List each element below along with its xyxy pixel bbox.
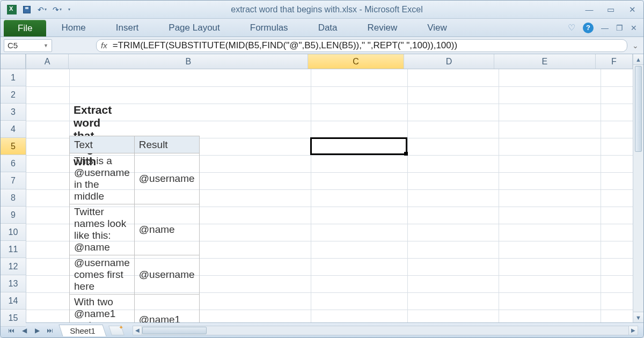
hscroll-right-button[interactable]: ▶ — [628, 326, 638, 335]
undo-button[interactable]: ↶▾ — [36, 4, 48, 16]
hscroll-track[interactable] — [142, 326, 628, 335]
new-sheet-button[interactable] — [108, 326, 125, 335]
row-header-5[interactable]: 5 — [1, 138, 26, 155]
cell-text[interactable]: This is a @username in the middle — [70, 153, 135, 204]
minimize-button[interactable]: — — [583, 5, 595, 14]
table-row: This is a @username in the middle@userna… — [70, 153, 200, 204]
formula-text: =TRIM(LEFT(SUBSTITUTE(MID(B5,FIND("@",B5… — [113, 40, 457, 51]
cell-result[interactable]: @username — [134, 255, 199, 295]
ribbon: File Home Insert Page Layout Formulas Da… — [1, 19, 643, 37]
row-header-6[interactable]: 6 — [1, 155, 26, 172]
tab-review[interactable]: Review — [353, 19, 413, 36]
sheet-area[interactable]: ABCDEF Extract word that begins withText… — [26, 54, 633, 322]
file-tab[interactable]: File — [4, 20, 46, 36]
chevron-down-icon: ▼ — [43, 43, 48, 48]
scroll-up-button[interactable]: ▲ — [633, 54, 643, 65]
table-row: Twitter names look like this: @name@name — [70, 204, 200, 255]
tab-insert[interactable]: Insert — [101, 19, 154, 36]
row-header-12[interactable]: 12 — [1, 258, 26, 275]
row-header-4[interactable]: 4 — [1, 121, 26, 138]
cell-text[interactable]: @username comes first here — [70, 255, 135, 295]
select-all-corner[interactable] — [1, 54, 26, 69]
vscroll-thumb[interactable] — [635, 66, 642, 152]
fx-icon[interactable]: fx — [101, 41, 107, 50]
cell-text[interactable]: Twitter names look like this: @name — [70, 204, 135, 255]
row-header-8[interactable]: 8 — [1, 189, 26, 207]
maximize-icon: ▭ — [607, 5, 614, 14]
tab-formulas[interactable]: Formulas — [235, 19, 303, 36]
row-header-14[interactable]: 14 — [1, 292, 26, 310]
prev-sheet-button[interactable]: ◀ — [19, 325, 30, 336]
last-sheet-button[interactable]: ⏭ — [45, 325, 55, 336]
window-min-icon[interactable]: — — [601, 24, 609, 32]
horizontal-scrollbar[interactable]: ◀ ▶ — [133, 326, 638, 335]
redo-button[interactable]: ↷▾ — [51, 4, 63, 16]
sheet-tab-sheet1[interactable]: Sheet1 — [58, 325, 106, 336]
cell-result[interactable]: @name1 — [134, 295, 199, 323]
table-row: @username comes first here@username — [70, 255, 200, 295]
hscroll-thumb[interactable] — [142, 327, 207, 334]
excel-icon — [7, 5, 17, 14]
grid: 123456789101112131415 ABCDEF Extract wor… — [1, 54, 643, 322]
row-header-2[interactable]: 2 — [1, 86, 26, 104]
window-restore-icon[interactable]: ❐ — [616, 24, 623, 32]
name-box[interactable]: C5 ▼ — [4, 39, 52, 52]
row-header-7[interactable]: 7 — [1, 172, 26, 189]
table-row: With two @name1 and @name2@name1 — [70, 295, 200, 323]
name-box-value: C5 — [8, 41, 18, 50]
close-button[interactable]: ✕ — [626, 5, 638, 14]
formula-input-area[interactable]: fx =TRIM(LEFT(SUBSTITUTE(MID(B5,FIND("@"… — [96, 39, 627, 52]
save-icon — [23, 6, 31, 13]
next-sheet-button[interactable]: ▶ — [32, 325, 42, 336]
titlebar: ↶▾ ↷▾ ▾ extract word that begins with.xl… — [1, 1, 643, 19]
close-icon: ✕ — [629, 5, 636, 14]
table-header-result[interactable]: Result — [134, 136, 199, 153]
row-header-11[interactable]: 11 — [1, 241, 26, 258]
help-icon[interactable]: ? — [583, 23, 594, 33]
row-header-3[interactable]: 3 — [1, 104, 26, 121]
maximize-button[interactable]: ▭ — [605, 5, 617, 14]
redo-icon: ↷ — [53, 5, 59, 14]
window-close-icon[interactable]: ✕ — [631, 24, 637, 32]
tab-home[interactable]: Home — [46, 19, 100, 36]
row-header-9[interactable]: 9 — [1, 207, 26, 224]
cell-text[interactable]: With two @name1 and @name2 — [70, 295, 135, 323]
tab-view[interactable]: View — [412, 19, 462, 36]
tab-data[interactable]: Data — [303, 19, 353, 36]
formula-bar: C5 ▼ fx =TRIM(LEFT(SUBSTITUTE(MID(B5,FIN… — [1, 37, 643, 54]
undo-icon: ↶ — [38, 5, 44, 14]
row-header-10[interactable]: 10 — [1, 224, 26, 241]
row-header-15[interactable]: 15 — [1, 310, 26, 327]
tab-page-layout[interactable]: Page Layout — [153, 19, 235, 36]
scroll-down-button[interactable]: ▼ — [633, 312, 643, 322]
app-icon[interactable] — [6, 4, 18, 16]
save-button[interactable] — [21, 4, 33, 16]
row-header-13[interactable]: 13 — [1, 275, 26, 292]
cell-result[interactable]: @name — [134, 204, 199, 255]
statusbar: ⏮ ◀ ▶ ⏭ Sheet1 ◀ ▶ — [1, 322, 643, 337]
window-title: extract word that begins with.xlsx - Mic… — [70, 5, 583, 14]
vertical-scrollbar[interactable]: ▲ ▼ — [633, 54, 643, 322]
sheet-tab-label: Sheet1 — [70, 326, 96, 335]
first-sheet-button[interactable]: ⏮ — [6, 325, 17, 336]
table-header-text[interactable]: Text — [70, 136, 135, 153]
cell-result[interactable]: @username — [134, 153, 199, 204]
expand-formula-icon[interactable]: ⌄ — [631, 41, 640, 50]
hscroll-left-button[interactable]: ◀ — [133, 326, 142, 335]
row-headers: 123456789101112131415 — [1, 54, 26, 322]
row-header-1[interactable]: 1 — [1, 69, 26, 86]
minimize-ribbon-icon[interactable]: ♡ — [568, 23, 575, 33]
minimize-icon: — — [586, 5, 594, 14]
